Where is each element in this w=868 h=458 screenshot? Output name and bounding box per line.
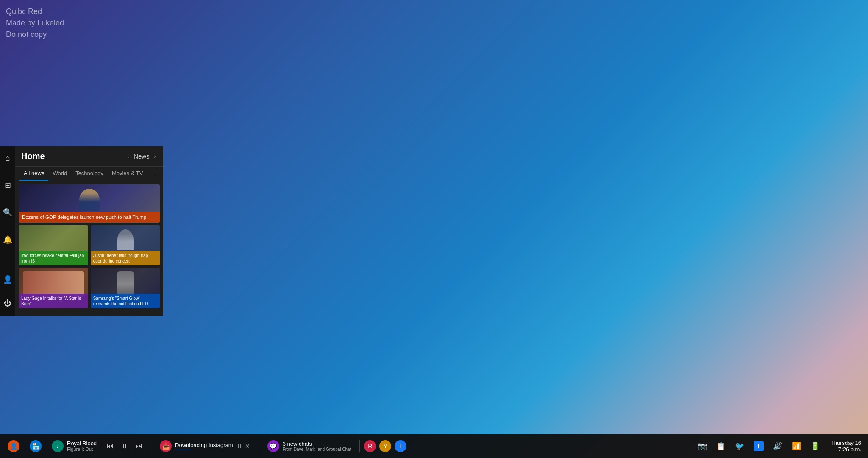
news-card-gaga[interactable]: Lady Gaga in talks for "A Star Is Born": [19, 268, 88, 308]
gaga-caption: Lady Gaga in talks for "A Star Is Born": [19, 294, 88, 308]
media-prev-btn[interactable]: ⏮: [105, 441, 115, 452]
news-row-2: Lady Gaga in talks for "A Star Is Born" …: [19, 268, 160, 308]
sidebar-panel: ⌂ ⊞ 🔍 🔔 👤 ⏻ Home ‹ News › All ne: [0, 146, 153, 316]
music-app-details: Royal Blood Figure It Out: [67, 440, 97, 452]
download-app-icon: 📥: [160, 440, 172, 452]
tab-world[interactable]: World: [48, 167, 71, 181]
grid-icon[interactable]: ⊞: [0, 178, 15, 193]
bell-icon[interactable]: 🔔: [0, 232, 15, 247]
panel-nav: ‹ News ›: [126, 152, 158, 161]
download-progress-fill: [175, 450, 190, 450]
taskbar-notification[interactable]: 💬 3 new chats From Dave, Mark, and Group…: [263, 438, 356, 454]
avatar-fb[interactable]: f: [395, 440, 406, 452]
watermark-line3: Do not copy: [6, 29, 64, 40]
watermark: Quibc Red Made by Lukeled Do not copy: [6, 6, 64, 40]
taskbar-right: 📷 📋 🐦 f 🔊 📶 🔋 Thursday 16 7:26 p.m.: [696, 439, 865, 453]
time-date: Thursday 16: [831, 440, 861, 446]
tab-all-news[interactable]: All news: [19, 167, 48, 181]
iraq-caption: Iraq forces retake central Fallujah from…: [19, 251, 88, 265]
taskbar-divider-2: [259, 440, 259, 452]
taskbar-download-app[interactable]: 📥 Downloading Instagram ⏸ ✕: [156, 436, 254, 457]
music-app-sub: Figure It Out: [67, 447, 97, 452]
news-card-iraq[interactable]: Iraq forces retake central Fallujah from…: [19, 225, 88, 265]
gaga-figure: [23, 271, 84, 297]
search-icon[interactable]: 🔍: [0, 205, 15, 220]
home-icon[interactable]: ⌂: [0, 151, 15, 166]
avatar-yellow[interactable]: Y: [379, 440, 391, 452]
notification-text: 3 new chats From Dave, Mark, and Groupal…: [283, 441, 351, 452]
bieber-figure: [117, 229, 134, 250]
avatar-red[interactable]: R: [364, 440, 376, 452]
download-app-name: Downloading Instagram: [175, 442, 233, 449]
bieber-caption: Justin Bieber falls trough trap door dur…: [91, 251, 160, 265]
media-pause-btn[interactable]: ⏸: [120, 441, 130, 452]
taskbar-time: Thursday 16 7:26 p.m.: [827, 440, 865, 452]
nav-label: News: [134, 153, 150, 160]
watermark-line1: Quibc Red: [6, 6, 64, 17]
media-controls: ⏮ ⏸ ⏭: [103, 441, 147, 452]
notes-icon[interactable]: 📋: [715, 440, 727, 452]
time-clock: 7:26 p.m.: [838, 446, 861, 452]
watermark-line2: Made by Lukeled: [6, 17, 64, 29]
tab-more-icon[interactable]: ⋮: [147, 168, 159, 179]
taskbar-store-app[interactable]: 🏪: [25, 436, 46, 457]
taskbar-profile-app[interactable]: 👤: [3, 436, 24, 457]
taskbar: 👤 🏪 ♪ Royal Blood Figure It Out ⏮ ⏸ ⏭: [0, 434, 868, 458]
facebook-icon[interactable]: f: [752, 439, 765, 453]
taskbar-divider-3: [359, 440, 360, 452]
nav-prev-arrow[interactable]: ‹: [126, 152, 131, 161]
panel-title: Home: [21, 151, 45, 161]
media-next-btn[interactable]: ⏭: [134, 441, 144, 452]
notification-title: 3 new chats: [283, 441, 351, 447]
music-app-icon: ♪: [52, 440, 64, 452]
news-card-trump[interactable]: Dozens of GOP delegates launch new push …: [19, 184, 160, 223]
news-card-bieber[interactable]: Justin Bieber falls trough trap door dur…: [91, 225, 160, 265]
trump-caption: Dozens of GOP delegates launch new push …: [19, 212, 160, 223]
sidebar-icons-bottom: 👤 ⏻: [0, 272, 15, 316]
wifi-icon[interactable]: 📶: [790, 440, 803, 452]
user-icon[interactable]: 👤: [0, 272, 15, 287]
battery-icon[interactable]: 🔋: [809, 440, 821, 452]
samsung-caption: Samsung's "Smart Glow" reinvents the not…: [91, 294, 160, 308]
music-app-name: Royal Blood: [67, 440, 97, 447]
tab-technology[interactable]: Technology: [71, 167, 108, 181]
news-row-1: Iraq forces retake central Fallujah from…: [19, 225, 160, 265]
desktop: Quibc Red Made by Lukeled Do not copy ⌂ …: [0, 0, 868, 458]
download-app-details: Downloading Instagram: [175, 442, 233, 450]
news-grid: Dozens of GOP delegates launch new push …: [15, 181, 163, 316]
avatar-row: R Y f: [364, 440, 406, 452]
tab-movies-tv[interactable]: Movies & TV: [108, 167, 147, 181]
trump-figure: [79, 189, 100, 211]
taskbar-divider-1: [151, 440, 151, 452]
camera-icon[interactable]: 📷: [696, 440, 709, 452]
power-icon[interactable]: ⏻: [0, 296, 15, 311]
news-card-samsung[interactable]: Samsung's "Smart Glow" reinvents the not…: [91, 268, 160, 308]
download-controls: ⏸ ✕: [236, 443, 250, 450]
panel-content: Home ‹ News › All news World Technology …: [15, 146, 163, 316]
taskbar-left: 👤 🏪 ♪ Royal Blood Figure It Out ⏮ ⏸ ⏭: [3, 436, 406, 457]
download-progress-bar-container: [175, 450, 213, 450]
twitter-icon[interactable]: 🐦: [733, 440, 746, 452]
notification-icon: 💬: [267, 440, 279, 452]
download-pause-btn[interactable]: ⏸: [236, 443, 242, 450]
tabs-bar: All news World Technology Movies & TV ⋮: [15, 167, 163, 181]
samsung-phone: [117, 271, 134, 297]
volume-icon[interactable]: 🔊: [771, 440, 784, 452]
notification-sub: From Dave, Mark, and Groupal Chat: [283, 447, 351, 452]
taskbar-music-app[interactable]: ♪ Royal Blood Figure It Out: [47, 436, 101, 457]
download-close-btn[interactable]: ✕: [245, 443, 250, 450]
store-app-icon: 🏪: [30, 440, 42, 452]
sidebar-icons: ⌂ ⊞ 🔍 🔔 👤 ⏻: [0, 146, 15, 316]
panel-header: Home ‹ News ›: [15, 146, 163, 167]
profile-app-icon: 👤: [8, 440, 19, 452]
nav-next-arrow[interactable]: ›: [152, 152, 158, 161]
